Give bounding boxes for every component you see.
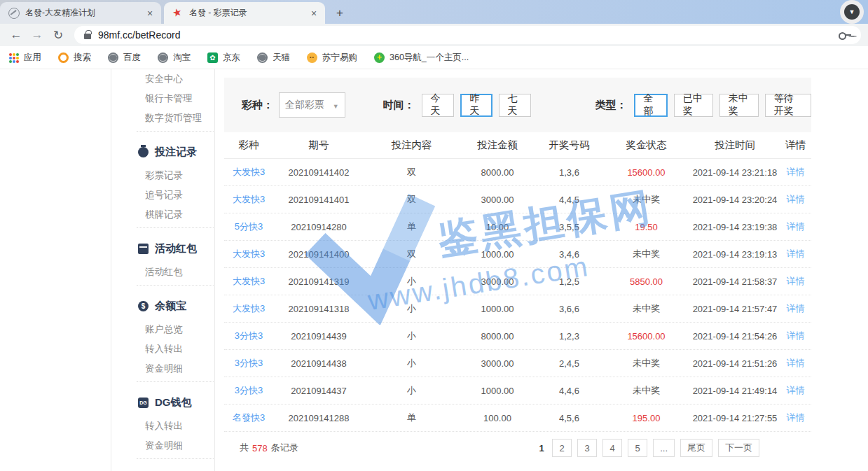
sidebar-item[interactable]: 资金管理 <box>138 458 214 471</box>
bookmark-item[interactable]: 天猫 <box>257 52 290 64</box>
mingfa-star-favicon <box>172 8 184 19</box>
detail-link[interactable]: 详情 <box>780 166 811 178</box>
detail-link[interactable]: 详情 <box>780 357 811 370</box>
sidebar-item[interactable]: 投注记录 <box>138 131 214 159</box>
back-icon[interactable]: ← <box>7 28 25 42</box>
bookmark-item[interactable]: 苏宁易购 <box>307 52 357 64</box>
detail-link[interactable]: 详情 <box>780 220 811 233</box>
sidebar-item[interactable]: 转入转出 <box>138 339 214 359</box>
new-tab-icon[interactable]: + <box>331 4 349 22</box>
period-number: 20210914437 <box>273 386 364 396</box>
detail-link[interactable]: 详情 <box>780 248 811 260</box>
sidebar-item[interactable]: 银行卡管理 <box>138 89 214 108</box>
bet-content: 小 <box>364 302 459 315</box>
page-button[interactable]: 2 <box>552 439 572 457</box>
bookmark-item[interactable]: 淘宝 <box>158 52 191 64</box>
detail-link[interactable]: 详情 <box>780 275 811 288</box>
nav360-plus-icon <box>374 52 385 63</box>
lottery-name-link[interactable]: 3分快3 <box>224 330 273 342</box>
time-filter-button[interactable]: 昨天 <box>460 94 492 117</box>
bet-amount: 3000.00 <box>459 358 536 369</box>
sidebar-item[interactable]: 资金明细 <box>138 359 214 379</box>
table-row: 大发快3 202109141402 双 8000.00 1,3,6 15600.… <box>224 159 811 186</box>
sidebar-item[interactable]: 安全中心 <box>138 69 214 89</box>
sidebar-item[interactable]: 活动红包 <box>138 227 214 255</box>
tab-bet-record[interactable]: 名發 - 彩票记录 × <box>164 2 325 24</box>
url-text[interactable]: 98mf.cc/betRecord <box>98 29 181 41</box>
sidebar: 安全中心 银行卡管理 数字货币管理 投注记录 <box>111 69 215 471</box>
lottery-name-link[interactable]: 3分快3 <box>224 357 273 370</box>
forward-icon[interactable]: → <box>28 28 46 42</box>
close-icon[interactable]: × <box>308 8 319 19</box>
detail-link[interactable]: 详情 <box>780 330 811 342</box>
bet-amount: 10.00 <box>459 222 536 232</box>
sidebar-item-label: 转入转出 <box>145 420 183 433</box>
address-bar[interactable]: 98mf.cc/betRecord <box>74 26 861 44</box>
table-row: 大发快3 202109141318 小 1000.00 3,6,6 未中奖 20… <box>224 295 811 323</box>
sidebar-item-label: 棋牌记录 <box>145 209 183 221</box>
bookmark-item[interactable]: 360导航_一个主页... <box>374 52 469 64</box>
page-button[interactable]: 下一页 <box>718 439 759 457</box>
sidebar-item[interactable]: 追号记录 <box>138 185 214 205</box>
detail-link[interactable]: 详情 <box>780 384 811 397</box>
refresh-icon[interactable]: ↻ <box>49 28 67 43</box>
table-header-cell: 投注金额 <box>459 139 536 152</box>
lottery-name-link[interactable]: 大发快3 <box>224 248 273 260</box>
time-filter-button[interactable]: 今天 <box>422 94 454 117</box>
page-button[interactable]: 5 <box>628 439 647 457</box>
page-button[interactable]: 尾页 <box>680 439 712 457</box>
sidebar-item[interactable]: 余额宝 <box>138 285 214 313</box>
page-button[interactable]: 3 <box>577 439 597 457</box>
bookmark-item[interactable]: 百度 <box>108 52 141 64</box>
bet-content: 双 <box>364 166 459 178</box>
password-key-icon[interactable] <box>839 30 851 40</box>
bet-time: 2021-09-14 21:57:47 <box>690 304 780 314</box>
table-body: 大发快3 202109141402 双 8000.00 1,3,6 15600.… <box>224 159 811 432</box>
type-filter-button[interactable]: 等待开奖 <box>765 94 811 117</box>
period-number: 20210914280 <box>273 222 364 232</box>
sidebar-item-label: 账户总览 <box>145 323 183 336</box>
sidebar-item[interactable]: 活动红包 <box>138 262 214 282</box>
type-filter-button[interactable]: 全部 <box>634 94 668 117</box>
sidebar-item[interactable]: 数字货币管理 <box>138 108 214 128</box>
sidebar-item[interactable]: 棋牌记录 <box>138 205 214 225</box>
draw-numbers: 3,4,6 <box>536 249 602 260</box>
lottery-name-link[interactable]: 大发快3 <box>224 166 273 178</box>
lottery-select-value: 全部彩票 <box>285 99 324 111</box>
circle-chevron-down-icon[interactable]: ▼ <box>840 0 864 24</box>
bookmark-item[interactable]: 搜索 <box>58 52 91 64</box>
globe-icon <box>257 52 268 63</box>
sidebar-item[interactable]: 转入转出 <box>138 416 214 436</box>
lottery-select[interactable]: 全部彩票 <box>279 92 345 118</box>
lottery-name-link[interactable]: 3分快3 <box>224 384 273 397</box>
type-filter-group: 全部 已中奖 未中奖 等待开奖 <box>634 94 811 117</box>
page-buttons: 1 2 3 4 5 ... 尾页 下一页 <box>537 439 759 457</box>
time-filter-button[interactable]: 七天 <box>499 94 531 117</box>
detail-link[interactable]: 详情 <box>780 302 811 315</box>
bookmark-item[interactable]: 京东 <box>207 52 240 64</box>
sidebar-item[interactable]: DG钱包 <box>138 381 214 409</box>
table-row: 大发快3 202109141319 小 3000.00 1,2,5 5850.0… <box>224 268 811 295</box>
prize-status: 19.50 <box>602 222 690 232</box>
page-button[interactable]: 4 <box>602 439 622 457</box>
type-filter-button[interactable]: 未中奖 <box>719 94 759 117</box>
tab-mingfa-plan[interactable]: 名發-大发精准计划 × <box>0 2 161 24</box>
page-button[interactable]: 1 <box>537 439 546 457</box>
lottery-name-link[interactable]: 名發快3 <box>224 412 273 424</box>
sidebar-item[interactable]: 资金明细 <box>138 436 214 456</box>
page-button[interactable]: ... <box>653 439 675 457</box>
detail-link[interactable]: 详情 <box>780 412 811 424</box>
bookmark-item[interactable]: 应用 <box>8 52 41 64</box>
close-icon[interactable]: × <box>144 8 156 19</box>
dollar-circle-icon <box>138 301 149 311</box>
period-number: 202109141401 <box>273 195 364 205</box>
sidebar-item[interactable]: 彩票记录 <box>138 166 214 185</box>
time-filter-group: 今天 昨天 七天 <box>422 94 531 117</box>
lottery-name-link[interactable]: 5分快3 <box>224 220 273 233</box>
lottery-name-link[interactable]: 大发快3 <box>224 302 273 315</box>
sidebar-item[interactable]: 账户总览 <box>138 320 214 339</box>
lottery-name-link[interactable]: 大发快3 <box>224 275 273 288</box>
detail-link[interactable]: 详情 <box>780 193 811 206</box>
lottery-name-link[interactable]: 大发快3 <box>224 193 273 206</box>
type-filter-button[interactable]: 已中奖 <box>674 94 713 117</box>
